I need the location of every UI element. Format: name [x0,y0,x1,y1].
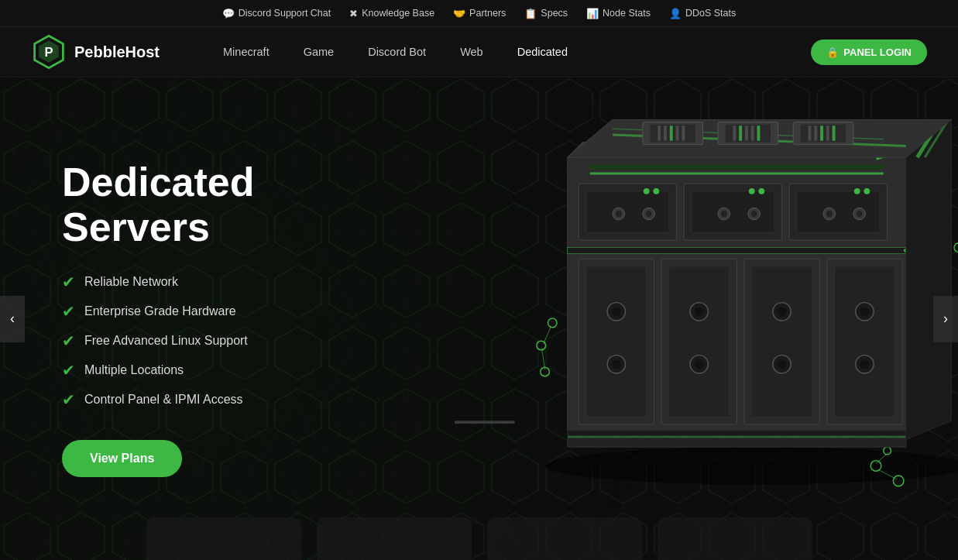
svg-rect-13 [586,191,669,232]
hero-content: Dedicated Servers ✔Reliable Network✔Ente… [0,114,403,523]
bottom-card-2 [317,517,472,560]
nav-link-minecraft[interactable]: Minecraft [206,27,287,77]
svg-point-35 [864,188,870,194]
svg-point-34 [854,188,860,194]
feature-text-1: Enterprise Grade Hardware [84,304,236,318]
svg-rect-104 [745,126,748,141]
knowledge-base-icon: ✖ [349,8,358,19]
svg-rect-102 [733,126,736,141]
partners-icon: 🤝 [453,8,465,19]
svg-rect-82 [568,431,906,437]
svg-rect-110 [826,126,829,141]
svg-point-42 [612,360,621,369]
view-plans-label: View Plans [90,452,154,465]
feature-item-2: ✔Free Advanced Linux Support [62,332,341,350]
view-plans-button[interactable]: View Plans [62,440,182,477]
topbar-item-knowledge-base[interactable]: ✖Knowledge Base [349,8,434,19]
svg-point-33 [857,211,863,217]
minecraft-nav-label: Minecraft [223,46,270,58]
svg-point-19 [653,188,659,194]
svg-marker-85 [906,120,951,440]
bottom-card-1 [146,517,301,560]
feature-text-3: Multiple Locations [84,363,184,377]
svg-rect-43 [455,421,515,424]
bottom-card-4 [658,517,812,560]
specs-icon: 📋 [524,8,537,19]
svg-rect-107 [809,126,812,141]
nav-link-web[interactable]: Web [443,27,500,77]
nav-link-dedicated[interactable]: Dedicated [500,27,585,77]
svg-point-23 [721,211,727,217]
hero-title: Dedicated Servers [62,160,341,249]
feature-text-0: Reliable Network [84,275,178,289]
knowledge-base-label: Knowledge Base [362,8,434,19]
feature-item-4: ✔Control Panel & IPMI Access [62,390,341,409]
svg-text:P: P [44,45,53,60]
lock-icon: 🔒 [826,46,839,58]
nav-link-discord-bot[interactable]: Discord Bot [351,27,443,77]
svg-line-75 [544,327,551,344]
svg-rect-29 [797,191,880,232]
svg-point-72 [548,318,557,328]
topbar-item-partners[interactable]: 🤝Partners [453,8,506,19]
panel-login-label: PANEL LOGIN [843,46,912,58]
svg-rect-106 [757,126,761,141]
svg-point-26 [749,188,755,194]
nav-link-game[interactable]: Game [287,27,352,77]
svg-point-61 [860,360,870,369]
svg-rect-97 [658,126,661,141]
bottom-card-3 [487,517,642,560]
discord-bot-nav-label: Discord Bot [368,46,426,58]
topbar-item-specs[interactable]: 📋Specs [524,8,568,19]
svg-rect-84 [568,438,906,448]
topbar-item-ddos-stats[interactable]: 👤DDoS Stats [669,8,736,19]
topbar-item-node-stats[interactable]: 📊Node Stats [586,8,651,19]
svg-point-55 [778,360,787,369]
svg-point-17 [646,211,652,217]
svg-rect-10 [590,165,884,170]
svg-point-53 [778,307,787,317]
ddos-stats-icon: 👤 [669,8,682,19]
svg-rect-11 [590,173,884,175]
svg-point-59 [860,307,870,317]
svg-rect-51 [752,266,812,417]
svg-rect-101 [682,126,685,141]
next-icon: › [943,311,948,327]
feature-text-4: Control Panel & IPMI Access [84,393,243,407]
top-bar: 💬Discord Support Chat✖Knowledge Base🤝Par… [0,0,958,27]
dedicated-nav-label: Dedicated [517,46,568,58]
svg-rect-38 [586,266,647,417]
svg-rect-103 [739,126,742,141]
specs-label: Specs [541,8,568,19]
logo-area[interactable]: P PebbleHost [31,34,160,70]
hero-section: ‹ Dedicated Servers ✔Reliable Network✔En… [0,77,958,560]
check-icon-3: ✔ [62,361,75,380]
svg-rect-45 [669,266,730,417]
svg-rect-57 [835,266,895,417]
node-stats-label: Node Stats [603,8,651,19]
feature-item-0: ✔Reliable Network [62,273,341,291]
svg-rect-109 [820,126,823,141]
svg-rect-36 [568,248,906,254]
svg-rect-21 [692,191,774,232]
feature-list: ✔Reliable Network✔Enterprise Grade Hardw… [62,273,341,409]
svg-rect-108 [814,126,817,141]
topbar-item-discord-chat[interactable]: 💬Discord Support Chat [222,8,331,19]
node-stats-icon: 📊 [586,8,599,19]
prev-icon: ‹ [10,311,15,327]
check-icon-1: ✔ [62,302,75,321]
svg-rect-100 [676,126,679,141]
feature-text-2: Free Advanced Linux Support [84,334,248,348]
check-icon-2: ✔ [62,332,75,350]
feature-item-3: ✔Multiple Locations [62,361,341,380]
svg-point-27 [758,188,764,194]
logo-text: PebbleHost [74,43,160,61]
feature-item-1: ✔Enterprise Grade Hardware [62,302,341,321]
discord-chat-label: Discord Support Chat [239,8,331,19]
svg-point-47 [695,307,704,317]
svg-rect-99 [670,126,673,141]
panel-login-button[interactable]: 🔒 PANEL LOGIN [811,40,927,65]
next-arrow[interactable]: › [933,296,958,342]
svg-rect-98 [664,126,667,141]
prev-arrow[interactable]: ‹ [0,296,25,342]
